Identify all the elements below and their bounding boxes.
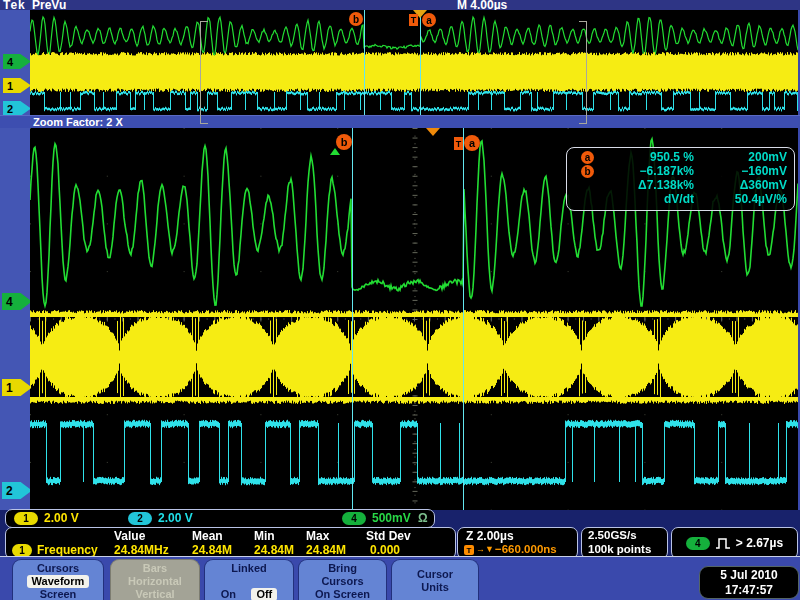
menu-cursors-option-waveform[interactable]: Waveform bbox=[27, 575, 90, 588]
ch4-scale: 500mV bbox=[372, 511, 411, 525]
ch1-marker-main: 1 bbox=[2, 379, 32, 396]
ch1-badge: 1 bbox=[14, 512, 38, 525]
cursor-b-handle-main[interactable]: b bbox=[336, 134, 352, 150]
ch2-marker-overview: 2 bbox=[3, 101, 31, 116]
main-gutter: 4 1 2 bbox=[0, 128, 30, 510]
menu-linked-option-on[interactable]: On bbox=[221, 588, 236, 600]
cursor-a-percent: 950.5 % bbox=[602, 150, 694, 164]
trigger-t-tag-overview: T bbox=[409, 14, 418, 26]
menu-bars-option-horizontal: Horizontal bbox=[111, 575, 199, 588]
sample-rate-readout: 2.50GS/s bbox=[588, 529, 637, 541]
trigger-t-tag-main: T bbox=[454, 137, 463, 150]
zoom-region-bracket-left bbox=[200, 21, 209, 124]
menu-bring-line2: Cursors bbox=[299, 575, 386, 588]
channel-bar: 1 2.00 V 2 2.00 V 4 500mV Ω bbox=[5, 509, 435, 528]
menu-bring-line1: Bring bbox=[299, 562, 386, 575]
cursor-a-line-overview[interactable] bbox=[420, 10, 421, 115]
zoom-scale-readout: Z 2.00µs bbox=[466, 529, 514, 543]
meas-header-min: Min bbox=[254, 529, 275, 543]
cursor-delta-volts: Δ360mV bbox=[697, 178, 787, 192]
delay-arrows-icon: →▼ bbox=[476, 544, 494, 554]
measurement-panel: Value Mean Min Max Std Dev 1 Frequency 2… bbox=[5, 527, 456, 559]
date-label: 5 Jul 2010 bbox=[700, 568, 798, 583]
ch4-badge: 4 bbox=[342, 512, 366, 525]
menu-button-linked[interactable]: Linked On Off bbox=[204, 559, 294, 600]
acquisition-panel: 2.50GS/s 100k points bbox=[581, 527, 668, 559]
menu-bars-title: Bars bbox=[111, 562, 199, 575]
cursor-b-line-overview[interactable] bbox=[364, 10, 365, 115]
ch4-ohm-symbol: Ω bbox=[418, 511, 428, 525]
menu-cursors-title: Cursors bbox=[13, 562, 103, 575]
menu-bring-line3: On Screen bbox=[299, 588, 386, 600]
meas-header-mean: Mean bbox=[192, 529, 223, 543]
menu-button-bars[interactable]: Bars Horizontal Vertical bbox=[110, 559, 200, 600]
ch1-marker-overview: 1 bbox=[3, 78, 31, 93]
trigger-position-marker-main bbox=[426, 128, 440, 136]
overview-gutter: 4 1 2 bbox=[0, 10, 30, 115]
menu-linked-option-off[interactable]: Off bbox=[251, 588, 277, 600]
zoom-factor-bar: Zoom Factor: 2 X bbox=[0, 115, 800, 128]
readout-a-badge: a bbox=[581, 151, 594, 164]
cursor-b-percent: −6.187k% bbox=[602, 164, 694, 178]
menu-button-bring-cursors[interactable]: Bring Cursors On Screen bbox=[298, 559, 387, 600]
meas-name: Frequency bbox=[37, 543, 98, 557]
ch2-scale: 2.00 V bbox=[158, 511, 193, 525]
menu-button-cursor-units[interactable]: Cursor Units bbox=[391, 559, 479, 600]
horizontal-panel: Z 2.00µs T →▼ −660.000ns bbox=[457, 527, 578, 559]
meas-header-value: Value bbox=[114, 529, 145, 543]
cursor-a-handle-main[interactable]: a bbox=[464, 135, 480, 151]
meas-max: 24.84M bbox=[306, 543, 346, 557]
cursor-rate-label: dV/dt bbox=[602, 192, 694, 206]
meas-min: 24.84M bbox=[254, 543, 294, 557]
record-length-readout: 100k points bbox=[588, 543, 651, 555]
meas-header-max: Max bbox=[306, 529, 329, 543]
cursor-b-line-main[interactable] bbox=[352, 128, 353, 510]
meas-stddev: 0.000 bbox=[370, 543, 400, 557]
menu-button-cursors[interactable]: Cursors Waveform Screen bbox=[12, 559, 104, 600]
datetime-box: 5 Jul 2010 17:47:57 bbox=[699, 566, 799, 599]
cursor-rate-value: 50.4µV/% bbox=[697, 192, 787, 206]
meas-header-std: Std Dev bbox=[366, 529, 411, 543]
header-bar: Tek PreVu M 4.00µs bbox=[0, 0, 800, 10]
trigger-width-readout: > 2.67µs bbox=[736, 536, 783, 550]
readout-b-badge: b bbox=[581, 165, 594, 178]
menu-linked-title: Linked bbox=[205, 562, 293, 575]
trigger-t-icon: T bbox=[464, 545, 474, 555]
main-waveform-area: b T a a b 950.5 % 200mV −6.187k% −160mV … bbox=[30, 128, 798, 510]
ch4-marker-main: 4 bbox=[2, 293, 32, 310]
zoom-factor-label: Zoom Factor: 2 X bbox=[33, 116, 123, 128]
ch2-marker-main: 2 bbox=[2, 482, 32, 499]
overview-waveform-area: b T a bbox=[30, 10, 798, 115]
trigger-source-badge: 4 bbox=[686, 537, 710, 550]
zoom-region-bracket-right bbox=[578, 21, 587, 124]
menu-cursors-option-screen[interactable]: Screen bbox=[13, 588, 103, 600]
time-label: 17:47:57 bbox=[700, 583, 798, 598]
cursor-a-handle-overview[interactable]: a bbox=[422, 13, 436, 27]
cursor-readout-panel: a b 950.5 % 200mV −6.187k% −160mV Δ7.138… bbox=[566, 147, 795, 211]
menu-bars-option-vertical: Vertical bbox=[111, 588, 199, 600]
ch1-scale: 2.00 V bbox=[44, 511, 79, 525]
menu-units-line1: Cursor bbox=[392, 568, 478, 581]
menu-units-line2: Units bbox=[392, 581, 478, 594]
cursor-delta-percent: Δ7.138k% bbox=[602, 178, 694, 192]
meas-value: 24.84MHz bbox=[114, 543, 169, 557]
ch4-marker-overview: 4 bbox=[3, 54, 31, 69]
trigger-level-arrow bbox=[330, 148, 340, 155]
delay-readout: −660.000ns bbox=[495, 543, 557, 555]
trigger-pulse-icon bbox=[715, 537, 731, 550]
cursor-a-volts: 200mV bbox=[697, 150, 787, 164]
trigger-panel: 4 > 2.67µs bbox=[671, 527, 798, 559]
cursor-a-line-main[interactable] bbox=[463, 128, 464, 510]
oscilloscope-screen: { "header": { "logo": "Tek", "status": "… bbox=[0, 0, 800, 600]
meas-mean: 24.84M bbox=[192, 543, 232, 557]
ch2-badge: 2 bbox=[128, 512, 152, 525]
cursor-b-handle-overview[interactable]: b bbox=[349, 12, 363, 26]
cursor-b-volts: −160mV bbox=[697, 164, 787, 178]
